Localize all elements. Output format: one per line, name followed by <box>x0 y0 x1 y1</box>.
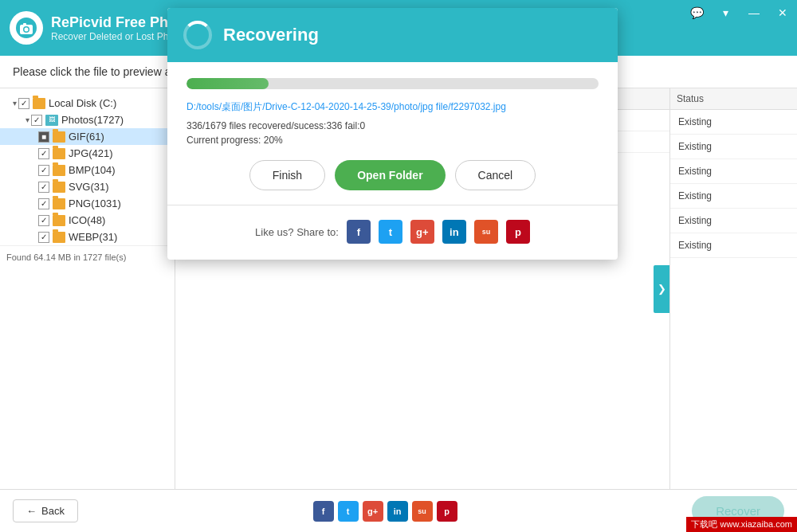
open-folder-button[interactable]: Open Folder <box>335 160 445 190</box>
share-section: Like us? Share to: f t g+ in su p <box>186 220 599 244</box>
progress-text: Current progress: 20% <box>186 135 599 146</box>
modal-body: D:/tools/桌面/图片/Drive-C-12-04-2020-14-25-… <box>167 62 618 260</box>
finish-button[interactable]: Finish <box>249 160 325 190</box>
modal-header: Recovering <box>167 8 618 62</box>
watermark: 下载吧 www.xiazaiba.com <box>686 517 797 532</box>
stumble-share[interactable]: su <box>474 220 498 244</box>
pinterest-share[interactable]: p <box>506 220 530 244</box>
spinner-icon <box>183 21 212 49</box>
progress-bar-fill <box>186 78 269 89</box>
twitter-share[interactable]: t <box>379 220 402 244</box>
share-label: Like us? Share to: <box>255 226 339 238</box>
progress-bar-container <box>186 78 599 89</box>
modal-overlay: Recovering D:/tools/桌面/图片/Drive-C-12-04-… <box>0 0 797 532</box>
modal-buttons: Finish Open Folder Cancel <box>186 160 599 190</box>
facebook-share[interactable]: f <box>347 220 371 244</box>
current-file-path: D:/tools/桌面/图片/Drive-C-12-04-2020-14-25-… <box>186 100 599 114</box>
modal-title: Recovering <box>223 25 319 45</box>
googleplus-share[interactable]: g+ <box>410 220 434 244</box>
modal-divider <box>167 205 618 205</box>
linkedin-share[interactable]: in <box>442 220 466 244</box>
cancel-button[interactable]: Cancel <box>455 160 536 190</box>
recovering-modal: Recovering D:/tools/桌面/图片/Drive-C-12-04-… <box>167 8 618 260</box>
recovery-stats: 336/1679 files recovered/sucess:336 fail… <box>186 120 599 131</box>
